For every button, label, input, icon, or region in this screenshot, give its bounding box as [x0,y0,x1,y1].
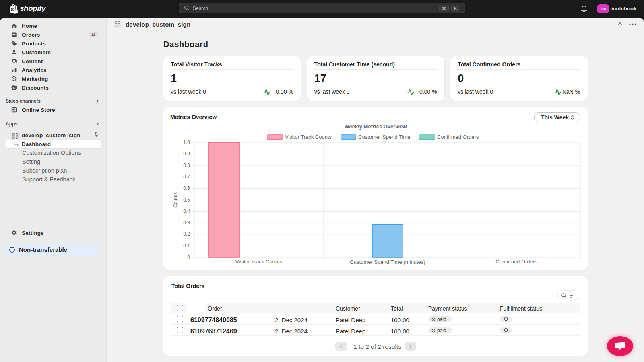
svg-text:%: % [13,86,16,90]
svg-text:0.3: 0.3 [183,220,190,226]
svg-text:Confirmed Orders: Confirmed Orders [437,134,479,140]
svg-text:1.0: 1.0 [183,140,190,145]
svg-text:0.9: 0.9 [183,151,190,156]
svg-text:0.4: 0.4 [183,208,190,214]
svg-text:Customer Spend Time: Customer Spend Time [358,134,410,140]
svg-text:Counts: Counts [173,192,178,208]
svg-text:0.1: 0.1 [183,243,190,249]
svg-text:0.5: 0.5 [183,197,190,203]
svg-text:S: S [11,7,14,12]
svg-text:0.6: 0.6 [183,185,190,191]
svg-text:Visitor Track Counts: Visitor Track Counts [285,134,332,140]
svg-text:Customer Spend Time (minutes): Customer Spend Time (minutes) [350,259,425,265]
svg-text:0.2: 0.2 [183,231,190,237]
svg-text:0.7: 0.7 [183,174,190,179]
svg-text:Weekly Metrics Overview: Weekly Metrics Overview [344,123,407,130]
svg-text:0.8: 0.8 [183,162,190,168]
svg-text:Confirmed Orders: Confirmed Orders [495,259,537,265]
svg-text:Visitor Track Counts: Visitor Track Counts [235,259,283,265]
svg-text:0: 0 [187,255,190,260]
